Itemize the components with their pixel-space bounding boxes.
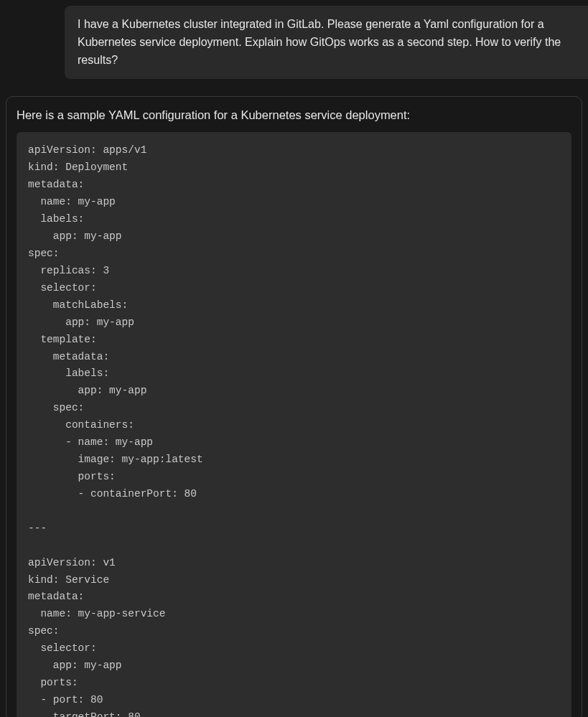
assistant-intro-text: Here is a sample YAML configuration for … [17, 107, 571, 123]
user-message-container: I have a Kubernetes cluster integrated i… [0, 0, 588, 79]
assistant-message: Here is a sample YAML configuration for … [6, 96, 582, 717]
user-message[interactable]: I have a Kubernetes cluster integrated i… [65, 6, 588, 79]
code-block[interactable]: apiVersion: apps/v1 kind: Deployment met… [17, 132, 571, 717]
